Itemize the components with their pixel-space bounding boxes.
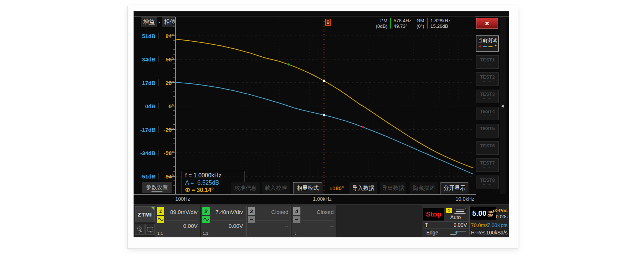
- test-slot-button[interactable]: TEST7– –: [476, 158, 499, 172]
- channel-number-badge: 4: [293, 207, 300, 215]
- run-state-indicator[interactable]: Stop: [423, 208, 444, 221]
- test-slot-label: TEST2: [476, 74, 498, 80]
- channel-block-2[interactable]: 27.40mV/div0.00V1:1: [201, 206, 246, 237]
- x-axis-labels: 100Hz 1.00kHz 10.0kHz: [134, 196, 476, 203]
- channel-probe-ratio: 1:1: [203, 231, 208, 236]
- cursor-b-flag[interactable]: B: [325, 19, 331, 26]
- test-slot-label: TEST4: [476, 109, 498, 114]
- brand-logo-text: ZTMI: [138, 211, 152, 218]
- test-slot-button[interactable]: TEST4– –: [476, 107, 499, 120]
- axis-header-separator: -: [158, 19, 160, 25]
- test-slot-dashes: – –: [476, 148, 498, 152]
- channel-divider: [211, 221, 244, 221]
- test-slot-label: TEST5: [476, 126, 498, 131]
- xpos-value: 0.00s: [496, 214, 508, 219]
- hres-label: H-Res: [471, 230, 486, 236]
- tick-separator: [158, 173, 158, 180]
- current-test-button[interactable]: 当前测试 ◀ *: [476, 35, 499, 52]
- tick-separator: [158, 33, 158, 39]
- timebase-scale[interactable]: 5.00 ms/ div: [470, 207, 496, 220]
- pm-value: 49.73°: [394, 23, 411, 29]
- sidebar-collapse-icon[interactable]: ◀: [501, 103, 504, 108]
- gain-trace-swatch: [483, 46, 487, 47]
- toolbar-button-1: 校准信息: [231, 182, 260, 194]
- x-tick-100hz: 100Hz: [175, 196, 190, 202]
- channel-block-4[interactable]: 4–Closed---:-: [292, 206, 336, 237]
- trigger-source-icon: [454, 208, 466, 214]
- touch-gesture-icon[interactable]: [135, 224, 145, 235]
- channel-scale: Closed: [317, 209, 334, 215]
- trigger-mode: Auto: [445, 214, 466, 220]
- gain-tick-label: 51dB: [142, 33, 156, 39]
- channel-block-1[interactable]: 189.0mV/div0.00V1:1: [156, 206, 200, 237]
- timebase-block[interactable]: 5.00 ms/ div X-Pos 0.00s 70.0ms 7.00Kpts…: [470, 206, 508, 237]
- trigger-type-row[interactable]: Edge: [423, 229, 469, 236]
- page-background: 增益 - 相位 51dB84°34dB56°17dB28°0dB0°-17dB-…: [0, 0, 644, 256]
- gm-value: 15.26dB: [430, 23, 450, 29]
- gm-frequency: 1.828kHz: [430, 18, 450, 23]
- channel-offset: --: [285, 223, 288, 229]
- brand-logo: ZTMI: [135, 206, 155, 222]
- toolbar-button-7: 隐藏描述: [410, 182, 438, 194]
- channel-block-3[interactable]: 3–Closed---:-: [246, 206, 291, 237]
- test-slot-button[interactable]: TEST8– –: [476, 176, 499, 189]
- bode-plot[interactable]: [168, 16, 475, 195]
- toolbar-button-5[interactable]: 导入数据: [349, 182, 377, 194]
- rising-edge-icon: [449, 229, 467, 236]
- test-slot-label: TEST3: [476, 91, 498, 97]
- channel-coupling-icon: [202, 216, 210, 223]
- channel-offset: --: [330, 223, 334, 229]
- toolbar-button-8[interactable]: 分开显示: [441, 182, 468, 194]
- current-test-label: 当前测试: [478, 38, 497, 43]
- gain-tick-label: 0dB: [145, 103, 156, 109]
- oscilloscope-screen: 增益 - 相位 51dB84°34dB56°17dB28°0dB0°-17dB-…: [134, 11, 509, 237]
- touchpad-icon[interactable]: [145, 224, 155, 235]
- timebase-scale-unit: ms/ div: [487, 210, 494, 217]
- close-button[interactable]: ×: [476, 18, 498, 29]
- gain-tick-label: 34dB: [142, 56, 156, 63]
- x-axis-line: [134, 194, 476, 195]
- test-slot-dashes: – –: [476, 63, 498, 66]
- test-slot-button[interactable]: TEST2– –: [476, 72, 499, 86]
- trigger-level-row[interactable]: T 0.00V: [423, 221, 469, 229]
- toolbar-button-3[interactable]: 相显模式: [293, 182, 322, 194]
- channel-scale: Closed: [271, 209, 288, 215]
- gm-label: GM: [416, 18, 424, 23]
- tick-separator: [158, 79, 158, 86]
- test-slot-label: TEST1: [476, 57, 498, 63]
- phase-trace-swatch: [488, 46, 493, 47]
- toolbar-button-6: 导出数据: [380, 182, 406, 194]
- test-slot-dashes: – –: [476, 97, 498, 100]
- close-icon: ×: [485, 19, 489, 28]
- test-slot-button[interactable]: TEST6– –: [476, 141, 499, 155]
- tick-separator: [158, 126, 158, 133]
- timebase-scale-value: 5.00: [472, 209, 486, 218]
- cursor-phase-point: [323, 80, 325, 82]
- test-slot-button[interactable]: TEST3– –: [476, 90, 499, 103]
- channel-scale: 89.0mV/div: [170, 209, 198, 215]
- channel-number-badge: 2: [202, 207, 210, 215]
- test-slot-button[interactable]: TEST5– –: [476, 124, 499, 138]
- margin-measurements: PM (0dB) 578.4Hz 49.73° GM (0°) 1.828kHz…: [371, 17, 476, 30]
- pm-label: PM: [376, 18, 387, 23]
- channel-coupling-icon: –: [248, 216, 255, 223]
- channel-divider: [302, 221, 334, 221]
- toolbar-button-2: 载入校准: [262, 182, 290, 194]
- gain-axis-label[interactable]: 增益: [141, 17, 157, 27]
- trigger-source-badge: 1: [446, 208, 452, 213]
- gain-tick-label: -34dB: [140, 150, 156, 156]
- channel-offset: 0.00V: [229, 223, 243, 229]
- test-slot-label: TEST7: [476, 160, 498, 166]
- trigger-block[interactable]: Stop 1 Auto T 0.00V Edge: [422, 206, 469, 237]
- gm-marker: [362, 126, 364, 128]
- toolbar-button-4[interactable]: ±180°: [325, 182, 348, 194]
- pm-ref: (0dB): [376, 23, 387, 29]
- parameter-settings-button[interactable]: 参数设置: [142, 182, 172, 193]
- gain-margin-readout: GM (0°) 1.828kHz 15.26dB: [416, 18, 450, 29]
- tick-separator: [158, 150, 158, 156]
- status-bar: ZTMI 189.0mV/div0.00V1:127.40mV/div0.00V…: [134, 204, 509, 237]
- test-slot-button[interactable]: TEST1– –: [476, 55, 499, 69]
- channel-number-badge: 3: [248, 207, 255, 215]
- channel-probe-ratio: -:-: [293, 231, 297, 236]
- top-bar: [134, 11, 509, 16]
